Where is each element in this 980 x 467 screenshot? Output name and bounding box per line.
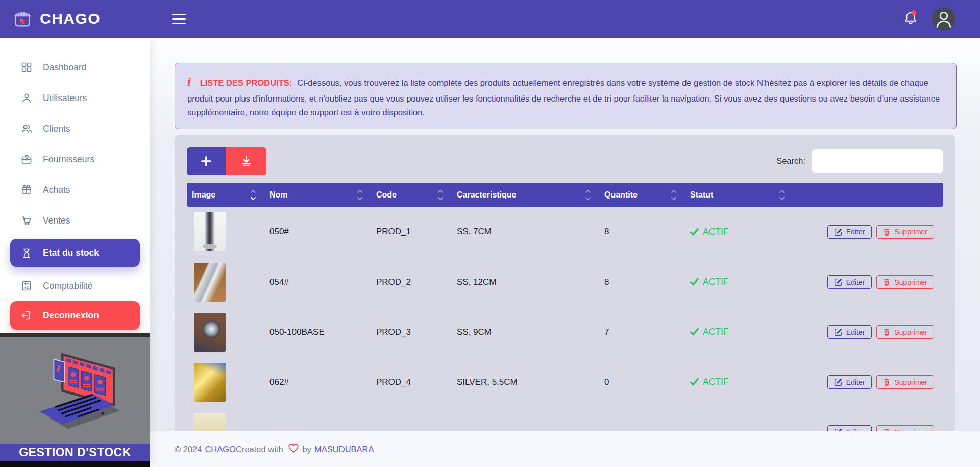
column-header-code[interactable]: Code — [376, 188, 457, 202]
cell-caracteristique: SS, 12CM — [457, 277, 604, 287]
sort-arrows-icon — [779, 188, 785, 202]
edit-button-label: Editer — [846, 228, 865, 236]
edit-button[interactable]: Editer — [827, 325, 872, 339]
edit-button[interactable]: Editer — [827, 275, 872, 289]
trash-icon — [883, 228, 890, 236]
delete-button-label: Supprimer — [894, 378, 927, 386]
sidebar-item-label: Ventes — [43, 215, 70, 226]
column-label: Image — [192, 190, 215, 200]
sidebar-item-achats[interactable]: Achats — [0, 175, 150, 205]
sidebar-item-label: Deconnexion — [43, 310, 99, 321]
column-header-image[interactable]: Image — [192, 188, 270, 202]
sidebar: DashboardUtilisateursClientsFournisseurs… — [0, 38, 150, 467]
users-icon — [20, 122, 34, 135]
calculator-icon — [20, 279, 34, 292]
sidebar-item-ventes[interactable]: Ventes — [0, 205, 150, 236]
main-content: iLISTE DES PRODUITS:Ci-dessous, vous tro… — [150, 38, 980, 467]
edit-button[interactable]: Editer — [827, 225, 872, 239]
sidebar-item-comptabilite[interactable]: Comptabilité — [0, 271, 150, 301]
column-label: Code — [376, 190, 397, 200]
cell-quantite: 8 — [604, 277, 690, 287]
dashboard-icon — [20, 61, 34, 74]
sidebar-item-etat-du-stock[interactable]: Etat du stock — [10, 239, 140, 267]
cell-caracteristique: SILVER, 5.5CM — [457, 377, 604, 387]
menu-toggle-icon[interactable] — [172, 13, 187, 25]
check-icon — [690, 378, 699, 386]
sort-arrows-icon — [585, 188, 591, 202]
user-avatar[interactable] — [932, 7, 955, 31]
edit-button-label: Editer — [846, 378, 865, 386]
footer-author-link[interactable]: MASUDUBARA — [314, 445, 374, 454]
table-row: 054#PROD_2SS, 12CM8ACTIFEditerSupprimer — [187, 257, 943, 307]
sidebar-item-deconnexion[interactable]: Deconnexion — [10, 301, 140, 330]
delete-button-label: Supprimer — [894, 228, 927, 236]
column-label: Caracteristique — [457, 190, 517, 200]
sidebar-nav: DashboardUtilisateursClientsFournisseurs… — [0, 38, 150, 330]
product-image — [194, 212, 226, 251]
copyright-text: © 2024 — [175, 445, 202, 454]
notifications-bell-icon[interactable] — [902, 9, 919, 29]
column-header-nom[interactable]: Nom — [270, 188, 376, 202]
cell-nom: 050-100BASE — [270, 327, 376, 337]
app-root: CHAGO DashboardUtilisate — [0, 0, 980, 467]
search-input[interactable] — [812, 149, 943, 173]
edit-button-label: Editer — [846, 278, 865, 286]
trash-icon — [883, 378, 890, 386]
table-row: 050#PROD_1SS, 7CM8ACTIFEditerSupprimer — [187, 207, 943, 257]
sidebar-item-label: Utilisateurs — [43, 93, 87, 104]
column-label: Quantite — [604, 190, 638, 200]
edit-pencil-icon — [835, 378, 842, 386]
edit-button[interactable]: Editer — [827, 375, 872, 389]
delete-button-label: Supprimer — [894, 328, 927, 336]
alert-body: Ci-dessous, vous trouverez la liste comp… — [187, 78, 940, 117]
edit-pencil-icon — [835, 278, 842, 286]
cell-caracteristique: SS, 7CM — [457, 227, 604, 237]
cell-nom: 050# — [270, 227, 376, 237]
sidebar-item-utilisateurs[interactable]: Utilisateurs — [0, 83, 150, 113]
trash-icon — [883, 328, 890, 336]
column-header-caracteristique[interactable]: Caracteristique — [457, 188, 604, 202]
brand-name: CHAGO — [40, 10, 101, 28]
cart-icon — [20, 214, 34, 227]
column-header-statut[interactable]: Statut — [690, 188, 798, 202]
sidebar-item-clients[interactable]: Clients — [0, 113, 150, 144]
product-image — [194, 363, 226, 402]
delete-button[interactable]: Supprimer — [876, 325, 934, 339]
footer-brand-link[interactable]: CHAGO — [205, 445, 236, 454]
delete-button[interactable]: Supprimer — [876, 275, 934, 289]
cell-nom: 054# — [270, 277, 376, 287]
delete-button[interactable]: Supprimer — [876, 375, 934, 389]
products-info-alert: iLISTE DES PRODUITS:Ci-dessous, vous tro… — [175, 63, 957, 129]
sidebar-item-label: Clients — [43, 124, 70, 134]
sidebar-item-fournisseurs[interactable]: Fournisseurs — [0, 144, 150, 175]
brand[interactable]: CHAGO — [0, 7, 150, 31]
top-navbar: CHAGO — [0, 0, 980, 38]
sort-arrows-icon — [671, 188, 677, 202]
status-badge: ACTIF — [690, 327, 729, 337]
cell-quantite: 0 — [604, 377, 690, 387]
export-download-button[interactable] — [226, 147, 266, 175]
table-row: 062#PROD_4SILVER, 5.5CM0ACTIFEditerSuppr… — [187, 357, 943, 407]
gift-icon — [20, 183, 34, 196]
hourglass-icon — [20, 247, 34, 260]
heart-icon — [288, 444, 299, 455]
table-row: 050-100BASEPROD_3SS, 9CM7ACTIFEditerSupp… — [187, 307, 943, 357]
add-product-button[interactable] — [187, 147, 226, 175]
briefcase-icon — [20, 153, 34, 166]
sidebar-item-label: Comptabilité — [43, 281, 92, 291]
delete-button[interactable]: Supprimer — [876, 225, 934, 239]
status-text: ACTIF — [703, 327, 729, 337]
table-body: 050#PROD_1SS, 7CM8ACTIFEditerSupprimer05… — [187, 207, 943, 457]
sidebar-item-dashboard[interactable]: Dashboard — [0, 52, 150, 83]
status-text: ACTIF — [703, 227, 729, 237]
column-header-quantite[interactable]: Quantite — [604, 188, 690, 202]
sidebar-item-label: Etat du stock — [43, 248, 99, 258]
toolbar-buttons — [187, 147, 266, 175]
cell-caracteristique: SS, 9CM — [457, 327, 604, 337]
column-label: Statut — [690, 190, 713, 200]
edit-pencil-icon — [835, 228, 842, 236]
page-footer: © 2024 CHAGOCreated with by MASUDUBARA — [150, 431, 980, 467]
status-badge: ACTIF — [690, 277, 729, 287]
sidebar-divider — [0, 333, 150, 337]
trash-icon — [883, 278, 890, 286]
